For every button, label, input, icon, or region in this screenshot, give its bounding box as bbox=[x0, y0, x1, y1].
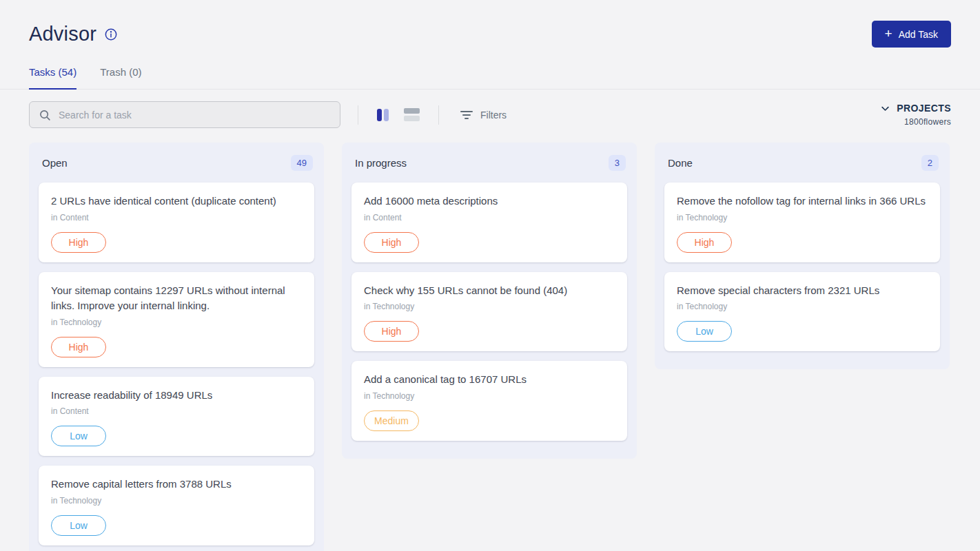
page-header: Advisor + Add Task bbox=[0, 0, 980, 48]
task-card-category: in Content bbox=[51, 406, 302, 416]
task-card[interactable]: Check why 155 URLs cannot be found (404)… bbox=[351, 272, 627, 352]
priority-badge: High bbox=[364, 232, 419, 253]
task-card[interactable]: Remove the nofollow tag for internal lin… bbox=[664, 183, 940, 262]
column-count-badge: 49 bbox=[291, 155, 313, 171]
page-title: Advisor bbox=[29, 23, 96, 45]
add-task-button[interactable]: + Add Task bbox=[872, 21, 951, 48]
task-card-title: Add a canonical tag to 16707 URLs bbox=[364, 372, 615, 388]
column-count-badge: 2 bbox=[921, 155, 939, 171]
column-header: Open 49 bbox=[39, 152, 314, 183]
priority-badge: Low bbox=[51, 515, 106, 536]
task-card[interactable]: 2 URLs have identical content (duplicate… bbox=[39, 183, 314, 262]
task-card-category: in Content bbox=[51, 213, 302, 222]
column-cards: Add 16000 meta descriptions in Content H… bbox=[351, 183, 627, 441]
task-card-title: Increase readability of 18949 URLs bbox=[51, 388, 302, 404]
column-title: Open bbox=[42, 157, 68, 169]
task-card-title: 2 URLs have identical content (duplicate… bbox=[51, 194, 302, 209]
column-header: In progress 3 bbox=[351, 152, 627, 183]
column-title: Done bbox=[668, 157, 693, 169]
task-card[interactable]: Increase readability of 18949 URLs in Co… bbox=[39, 377, 314, 457]
task-card-category: in Technology bbox=[677, 213, 928, 222]
filters-button[interactable]: Filters bbox=[456, 109, 511, 121]
filter-icon bbox=[460, 111, 473, 119]
priority-badge: Low bbox=[51, 426, 106, 446]
tab-bar: Tasks (54) Trash (0) bbox=[0, 66, 980, 90]
kanban-view-button[interactable] bbox=[376, 107, 390, 123]
column-title: In progress bbox=[355, 157, 407, 169]
task-card-title: Remove capital letters from 3788 URLs bbox=[51, 477, 302, 492]
priority-badge: High bbox=[364, 321, 419, 342]
toolbar: Filters PROJECTS 1800flowers bbox=[0, 90, 980, 128]
priority-badge: High bbox=[51, 337, 106, 357]
task-card-title: Remove special characters from 2321 URLs bbox=[677, 283, 928, 299]
tab-tasks[interactable]: Tasks (54) bbox=[29, 66, 76, 90]
board: Open 49 2 URLs have identical content (d… bbox=[0, 128, 980, 551]
column-cards: Remove the nofollow tag for internal lin… bbox=[664, 183, 940, 351]
filters-label: Filters bbox=[480, 110, 507, 121]
priority-badge: Low bbox=[677, 321, 732, 342]
column-header: Done 2 bbox=[664, 152, 940, 183]
projects-header: PROJECTS bbox=[880, 103, 951, 114]
task-card-category: in Content bbox=[364, 213, 615, 222]
column-cards: 2 URLs have identical content (duplicate… bbox=[39, 183, 314, 545]
projects-selector[interactable]: PROJECTS 1800flowers bbox=[880, 103, 951, 127]
toolbar-divider bbox=[358, 105, 358, 125]
board-column: Open 49 2 URLs have identical content (d… bbox=[29, 143, 324, 551]
view-toggle-group bbox=[376, 107, 421, 123]
task-card-title: Your sitemap contains 12297 URLs without… bbox=[51, 283, 302, 314]
info-icon[interactable] bbox=[104, 28, 118, 41]
priority-badge: High bbox=[677, 232, 732, 253]
priority-badge: High bbox=[51, 232, 106, 253]
board-column: Done 2 Remove the nofollow tag for inter… bbox=[655, 143, 950, 369]
task-card-title: Remove the nofollow tag for internal lin… bbox=[677, 194, 928, 209]
search-box[interactable] bbox=[29, 101, 340, 128]
task-card-category: in Technology bbox=[51, 318, 302, 327]
chevron-down-icon bbox=[880, 103, 890, 114]
priority-badge: Medium bbox=[364, 410, 419, 431]
task-card-category: in Technology bbox=[364, 391, 615, 401]
title-group: Advisor bbox=[29, 23, 118, 45]
task-card[interactable]: Add a canonical tag to 16707 URLs in Tec… bbox=[351, 361, 627, 441]
board-column: In progress 3 Add 16000 meta description… bbox=[342, 143, 637, 459]
current-project-name: 1800flowers bbox=[904, 117, 951, 127]
add-task-label: Add Task bbox=[899, 29, 938, 40]
plus-icon: + bbox=[885, 27, 892, 40]
search-input[interactable] bbox=[57, 109, 331, 121]
column-count-badge: 3 bbox=[609, 155, 626, 171]
task-card-title: Check why 155 URLs cannot be found (404) bbox=[364, 283, 615, 299]
task-card-title: Add 16000 meta descriptions bbox=[364, 194, 615, 209]
task-card[interactable]: Your sitemap contains 12297 URLs without… bbox=[39, 272, 314, 367]
task-card-category: in Technology bbox=[51, 496, 302, 506]
list-view-icon bbox=[404, 108, 420, 121]
list-view-button[interactable] bbox=[402, 107, 421, 123]
task-card[interactable]: Remove special characters from 2321 URLs… bbox=[664, 272, 940, 352]
toolbar-divider-2 bbox=[438, 105, 439, 125]
kanban-view-icon bbox=[377, 109, 389, 121]
task-card-category: in Technology bbox=[677, 302, 928, 311]
task-card[interactable]: Add 16000 meta descriptions in Content H… bbox=[351, 183, 627, 262]
projects-label: PROJECTS bbox=[897, 103, 951, 114]
search-icon bbox=[39, 109, 51, 121]
task-card-category: in Technology bbox=[364, 302, 615, 311]
tab-trash[interactable]: Trash (0) bbox=[100, 66, 141, 89]
task-card[interactable]: Remove capital letters from 3788 URLs in… bbox=[39, 466, 314, 545]
